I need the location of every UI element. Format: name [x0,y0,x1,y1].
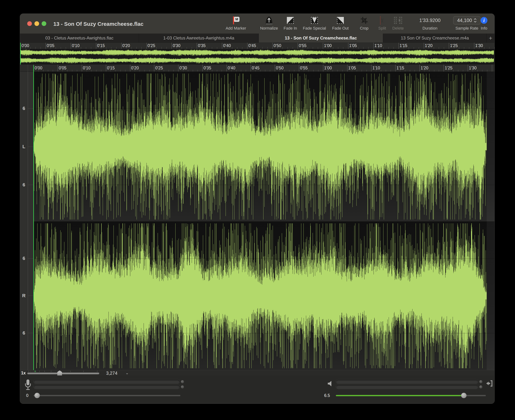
ruler-tick [400,70,400,72]
speaker-icon [327,381,334,387]
marker-flag-icon: M [232,16,240,25]
add-tab-button[interactable]: + [487,34,494,43]
ruler-tick [299,65,299,72]
ruler-tick [265,70,265,72]
input-level-meter-r [34,385,180,389]
ruler-tick [71,43,71,49]
main-time-ruler[interactable]: 0'000'050'100'150'200'250'300'350'400'45… [20,65,494,72]
info-button[interactable]: i Info [474,15,494,31]
ruler-tick [405,70,405,72]
zoom-window-button[interactable] [42,21,46,26]
ruler-gutter-divider [28,65,28,72]
ruler-tick [193,70,193,72]
left-db-top-label: 6 [20,106,28,111]
ruler-tick [72,70,72,72]
ruler-tick [198,70,198,72]
ruler-tick [371,65,371,72]
zoom-scale-tick [31,371,31,372]
tab-document-1[interactable]: 03 - Cletus Awreetus-Awrightus.flac [20,34,139,43]
fade-out-button[interactable]: Fade Out [325,15,356,31]
overview-playhead[interactable] [20,43,21,65]
ruler-tick [222,43,222,49]
add-marker-button[interactable]: M Add Marker [221,15,251,31]
ruler-tick [464,47,464,49]
ruler-tick [76,47,76,49]
tab-document-4[interactable]: 13 Son Of Suzy Creamcheese.m4a [383,34,487,43]
delete-button[interactable]: Delete [386,15,410,31]
right-channel-waveform[interactable] [34,222,495,370]
input-level-meter-l [34,379,180,384]
ruler-tick [131,47,132,49]
ruler-tick [231,70,232,72]
main-playhead[interactable] [33,65,34,370]
ruler-tick [395,65,396,72]
waveform-editor-area[interactable]: 6 L 6 6 R 6 [20,72,494,370]
tab-document-3-active[interactable]: 13 - Son Of Suzy Creamcheese.flac [259,34,383,43]
ruler-tick [434,47,434,49]
ruler-tick [183,70,183,72]
ruler-tick [217,70,217,72]
ruler-tick [348,43,348,49]
ruler-tick [453,70,454,72]
left-channel-waveform[interactable] [34,72,495,221]
zoom-scale-tick [36,371,36,372]
input-gain-slider[interactable] [34,395,180,396]
output-level-meter-r [336,385,478,389]
ruler-tick [154,65,154,72]
left-channel-label: L [20,144,28,150]
ruler-tick [289,70,289,72]
ruler-tick [262,47,263,49]
ruler-tick [187,47,187,49]
ruler-tick [309,70,309,72]
output-level-meter-l [336,379,478,384]
overview-time-ruler[interactable]: 0'000'050'100'150'200'250'300'350'400'45… [20,43,494,49]
ruler-tick [192,47,192,49]
split-scissors-icon: ✂ [379,16,386,24]
ruler-tick [120,70,121,72]
ruler-tick [267,47,268,49]
ruler-tick [494,47,494,49]
zoom-scale-tick [39,371,40,372]
ruler-tick [429,70,429,72]
output-clip-led-l [479,380,482,383]
ruler-tick [469,47,469,49]
ruler-tick [256,70,256,72]
zoom-preset-chevron-icon[interactable]: ⌄ [125,371,129,375]
ruler-tick [227,47,227,49]
minimize-window-button[interactable] [34,21,39,26]
crop-icon [360,16,368,24]
ruler-tick [164,70,164,72]
ruler-tick [152,47,152,49]
ruler-tick [293,47,293,49]
tab-document-2[interactable]: 1-03 Cletus Awreetus-Awrightus.m4a [139,34,259,43]
input-clip-led-l [181,380,184,383]
ruler-tick [373,43,374,49]
zoom-slider[interactable] [27,372,99,374]
zoom-scale-tick [70,371,71,372]
output-gain-thumb[interactable] [461,393,467,398]
window-title: 13 - Son Of Suzy Creamcheese.flac [53,21,143,27]
ruler-tick [419,47,419,49]
ruler-tick [87,70,87,72]
ruler-tick [30,47,31,49]
ruler-tick [101,70,101,72]
ruler-tick [383,47,384,49]
ruler-tick [147,43,147,49]
ruler-tick [313,47,313,49]
app-window: 13 - Son Of Suzy Creamcheese.flac M Add … [20,14,495,404]
ruler-tick [272,43,273,49]
ruler-tick [77,70,77,72]
ruler-tick [111,47,111,49]
ruler-tick [389,47,389,49]
ruler-tick [252,47,252,49]
zoom-scale-tick [29,371,29,372]
input-gain-thumb[interactable] [34,393,40,398]
right-db-top-label: 6 [20,256,28,261]
ruler-tick [141,47,142,49]
close-window-button[interactable] [27,21,32,26]
insert-at-end-icon[interactable] [486,380,493,387]
ruler-tick [298,43,298,49]
ruler-tick [284,70,285,72]
overview-waveform[interactable] [20,49,494,65]
input-clip-led-r [181,385,184,389]
